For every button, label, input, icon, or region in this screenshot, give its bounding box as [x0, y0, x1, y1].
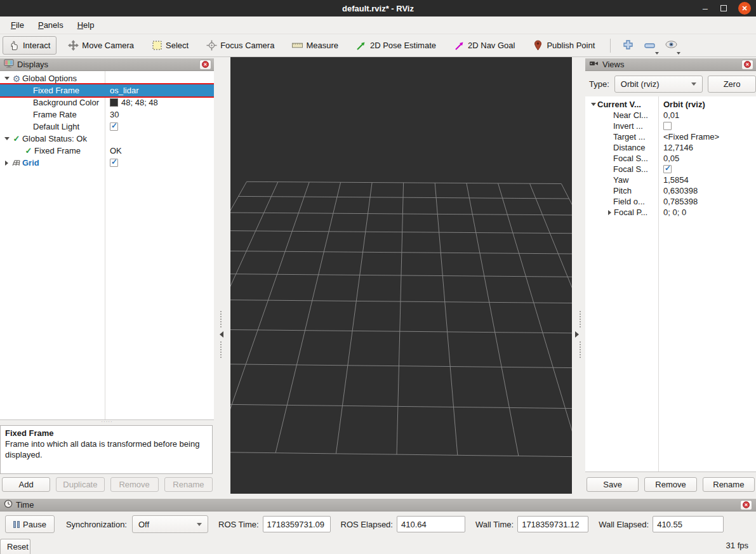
- zero-button[interactable]: Zero: [708, 76, 756, 93]
- tool-button-2d-pose-estimate[interactable]: 2D Pose Estimate: [350, 36, 442, 55]
- tool-button-interact[interactable]: Interact: [3, 36, 56, 55]
- tree-row-fixed-frame[interactable]: ✓Fixed FrameOK: [0, 145, 214, 157]
- tree-row-yaw[interactable]: Yaw1,5854: [585, 175, 756, 185]
- property-value-cell[interactable]: [105, 122, 214, 131]
- time-close-button[interactable]: ✕: [740, 500, 752, 510]
- tool-button-2d-nav-goal[interactable]: 2D Nav Goal: [448, 36, 521, 55]
- property-value-cell[interactable]: 0; 0; 0: [658, 208, 756, 217]
- tree-row-global-status-ok[interactable]: ✓Global Status: Ok: [0, 133, 214, 145]
- time-controls-row: Pause Synchronization: Off ROS Time:ROS …: [5, 515, 724, 533]
- displays-panel: Displays ✕ ⚙Global OptionsFixed Frameos_…: [0, 58, 214, 492]
- 3d-viewport[interactable]: [230, 57, 572, 494]
- tree-row-background-color[interactable]: Background Color48; 48; 48: [0, 96, 214, 109]
- tree-row-distance[interactable]: Distance12,7146: [585, 142, 756, 153]
- save-button[interactable]: Save: [587, 477, 639, 492]
- property-value-cell[interactable]: 0,01: [658, 110, 756, 120]
- expander-closed-icon[interactable]: [606, 210, 614, 215]
- camera-view-icon: [589, 60, 599, 69]
- tool-button-select[interactable]: Select: [145, 36, 195, 55]
- property-value-cell[interactable]: 30: [105, 110, 214, 119]
- checkbox-checked[interactable]: [663, 165, 672, 173]
- property-label: Near Cl...: [613, 110, 648, 120]
- tool-button-focus-camera[interactable]: Focus Camera: [200, 36, 281, 55]
- expander-closed-icon[interactable]: [3, 161, 11, 166]
- property-value-cell[interactable]: Orbit (rviz): [658, 100, 756, 109]
- tree-row-invert[interactable]: Invert ...: [585, 121, 756, 131]
- tree-row-default-light[interactable]: Default Light: [0, 121, 214, 133]
- expander-open-icon[interactable]: [3, 77, 11, 80]
- ros-elapsed-field[interactable]: [397, 516, 465, 532]
- ros-time-field[interactable]: [263, 516, 331, 532]
- green-arrow-icon: [356, 40, 367, 51]
- property-value-cell[interactable]: [105, 159, 214, 167]
- property-label: Default Light: [33, 122, 79, 131]
- tree-row-grid[interactable]: Grid: [0, 157, 214, 169]
- tree-row-field-o[interactable]: Field o...0,785398: [585, 196, 756, 207]
- menu-item-file[interactable]: File: [4, 18, 31, 32]
- minimize-icon[interactable]: –: [701, 6, 709, 11]
- expander-open-icon[interactable]: [3, 137, 11, 140]
- collapse-right-icon[interactable]: [575, 331, 579, 338]
- wall-elapsed-field[interactable]: [653, 516, 724, 532]
- property-value-cell[interactable]: 0,785398: [658, 197, 756, 206]
- maximize-icon[interactable]: [720, 5, 727, 11]
- tool-button-publish-point[interactable]: Publish Point: [526, 36, 601, 55]
- close-icon[interactable]: ✕: [738, 2, 751, 15]
- checkbox-checked[interactable]: [110, 159, 118, 167]
- chevron-down-icon: [197, 523, 202, 526]
- remove-tool-button[interactable]: [641, 37, 658, 54]
- rename-button[interactable]: Rename: [703, 477, 755, 492]
- property-value-cell[interactable]: 12,7146: [658, 143, 756, 152]
- property-label: Global Status: Ok: [22, 134, 87, 143]
- collapse-left-icon[interactable]: [220, 331, 223, 338]
- ros-time-label: ROS Time:: [218, 520, 259, 529]
- menu-item-help[interactable]: Help: [70, 18, 102, 32]
- property-value-cell[interactable]: [658, 122, 756, 130]
- tree-row-target[interactable]: Target ...<Fixed Frame>: [585, 131, 756, 142]
- tree-row-current-v[interactable]: Current V...Orbit (rviz): [585, 99, 756, 110]
- menu-item-panels[interactable]: Panels: [31, 18, 70, 32]
- tree-row-focal-s[interactable]: Focal S...0,05: [585, 153, 756, 164]
- views-tree: Current V...Orbit (rviz)Near Cl...0,01In…: [585, 96, 756, 472]
- tree-row-focal-p[interactable]: Focal P...0; 0; 0: [585, 207, 756, 218]
- tool-button-measure[interactable]: Measure: [286, 36, 345, 55]
- close-icon: ✕: [743, 501, 750, 508]
- add-button[interactable]: Add: [2, 477, 50, 492]
- checkbox-unchecked[interactable]: [663, 122, 672, 130]
- displays-splitter-handle[interactable]: ·····: [0, 420, 214, 425]
- expander-open-icon[interactable]: [589, 103, 597, 106]
- property-value-cell[interactable]: OK: [105, 146, 214, 155]
- pause-button[interactable]: Pause: [5, 515, 55, 533]
- wall-time-field[interactable]: [517, 516, 588, 532]
- property-value-cell[interactable]: [658, 165, 756, 173]
- left-dock-splitter[interactable]: [214, 58, 230, 492]
- remove-button[interactable]: Remove: [644, 477, 696, 492]
- tool-visibility-button[interactable]: [663, 37, 679, 54]
- clock-icon: [4, 499, 13, 510]
- right-dock-splitter[interactable]: [572, 58, 585, 492]
- property-value-cell[interactable]: 1,5854: [658, 175, 756, 185]
- splitter-dots: [580, 311, 581, 327]
- property-value-cell[interactable]: 48; 48; 48: [105, 98, 214, 107]
- tree-row-focal-s[interactable]: Focal S...: [585, 164, 756, 175]
- add-tool-button[interactable]: [620, 37, 636, 54]
- property-value: os_lidar: [110, 86, 139, 95]
- tool-button-move-camera[interactable]: Move Camera: [62, 36, 140, 55]
- tree-row-fixed-frame[interactable]: Fixed Frameos_lidar: [0, 84, 214, 96]
- property-name-cell: Background Color: [0, 98, 105, 107]
- checkbox-checked[interactable]: [110, 122, 118, 131]
- displays-close-button[interactable]: ✕: [199, 60, 211, 70]
- tree-row-global-options[interactable]: ⚙Global Options: [0, 72, 214, 84]
- synchronization-combobox[interactable]: Off: [132, 515, 208, 533]
- views-close-button[interactable]: ✕: [741, 60, 753, 70]
- tree-row-pitch[interactable]: Pitch0,630398: [585, 185, 756, 196]
- view-type-combobox[interactable]: Orbit (rviz): [614, 76, 703, 93]
- reset-button[interactable]: Reset: [0, 539, 30, 554]
- tree-row-frame-rate[interactable]: Frame Rate30: [0, 109, 214, 121]
- tree-row-near-cl[interactable]: Near Cl...0,01: [585, 110, 756, 121]
- property-value-cell[interactable]: <Fixed Frame>: [658, 132, 756, 142]
- property-value-cell[interactable]: 0,630398: [658, 186, 756, 195]
- property-value-cell[interactable]: os_lidar: [105, 86, 214, 95]
- property-value-cell[interactable]: 0,05: [658, 154, 756, 163]
- property-value: 48; 48; 48: [121, 98, 158, 107]
